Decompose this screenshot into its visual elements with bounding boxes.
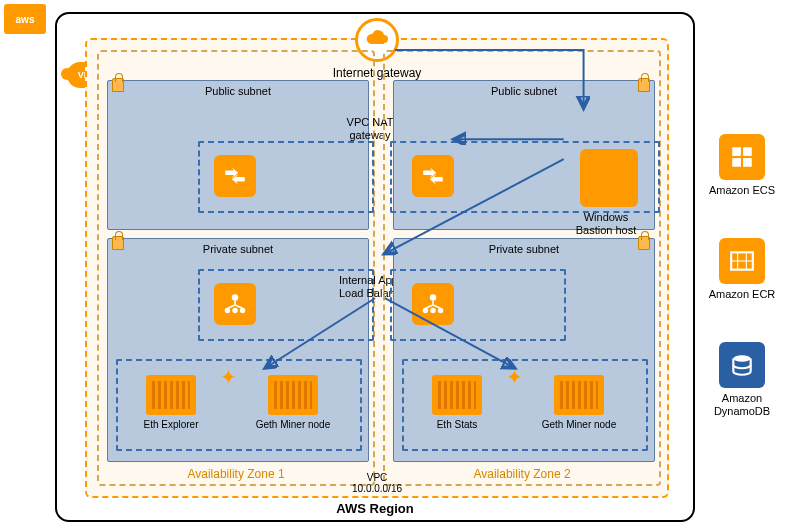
az1-label: Availability Zone 1 bbox=[187, 467, 284, 481]
svg-point-6 bbox=[430, 308, 435, 313]
node-group-az1: Eth Explorer Geth Miner node bbox=[116, 359, 362, 451]
service-dynamodb: Amazon DynamoDB bbox=[705, 342, 779, 418]
az1-private-label: Private subnet bbox=[203, 243, 273, 255]
bastion-host-label: Windows Bastion host bbox=[564, 211, 648, 237]
eth-explorer-icon bbox=[146, 375, 196, 415]
svg-point-0 bbox=[232, 294, 239, 301]
az2-public-subnet: Public subnet Windows Bastion host bbox=[393, 80, 655, 230]
geth-miner-label: Geth Miner node bbox=[539, 419, 619, 430]
availability-zone-2: Availability Zone 2 Public subnet Window… bbox=[383, 50, 661, 486]
load-balancer-icon bbox=[214, 283, 256, 325]
availability-zone-1: Availability Zone 1 Public subnet Privat… bbox=[97, 50, 375, 486]
vpc-cidr-label: VPC10.0.0.0/16 bbox=[352, 472, 402, 494]
eth-explorer-label: Eth Explorer bbox=[131, 419, 211, 430]
svg-rect-14 bbox=[743, 158, 752, 167]
svg-point-19 bbox=[733, 355, 750, 362]
nat-gateway-icon bbox=[412, 155, 454, 197]
ecr-icon bbox=[719, 238, 765, 284]
az2-label: Availability Zone 2 bbox=[473, 467, 570, 481]
svg-point-3 bbox=[240, 308, 245, 313]
svg-rect-13 bbox=[732, 158, 741, 167]
vpc-container: Internet gateway Availability Zone 1 Pub… bbox=[85, 38, 669, 498]
dynamodb-icon bbox=[719, 342, 765, 388]
nat-gateway-icon bbox=[214, 155, 256, 197]
region-label: AWS Region bbox=[336, 501, 413, 516]
service-ecs: Amazon ECS bbox=[705, 134, 779, 197]
aws-logo: aws bbox=[4, 4, 46, 34]
load-balancer-icon bbox=[412, 283, 454, 325]
aws-region: AWS Region VPC Internet gateway Availabi… bbox=[55, 12, 695, 522]
geth-miner-icon bbox=[554, 375, 604, 415]
node-group-az2: Eth Stats Geth Miner node bbox=[402, 359, 648, 451]
lock-icon bbox=[112, 236, 124, 250]
lock-icon bbox=[112, 78, 124, 92]
svg-point-2 bbox=[232, 308, 237, 313]
eth-stats-icon bbox=[432, 375, 482, 415]
az1-private-subnet: Private subnet ✦ Eth Explorer Geth Miner… bbox=[107, 238, 369, 462]
svg-rect-12 bbox=[743, 147, 752, 156]
diagram-canvas: aws AWS Region VPC Internet gateway Avai… bbox=[0, 0, 800, 532]
geth-miner-icon bbox=[268, 375, 318, 415]
ecs-label: Amazon ECS bbox=[705, 184, 779, 197]
service-ecr: Amazon ECR bbox=[705, 238, 779, 301]
svg-point-5 bbox=[423, 308, 428, 313]
az2-private-subnet: Private subnet ✦ Eth Stats Geth Miner no… bbox=[393, 238, 655, 462]
svg-point-7 bbox=[438, 308, 443, 313]
lock-icon bbox=[638, 236, 650, 250]
lock-icon bbox=[638, 78, 650, 92]
bastion-host-icon bbox=[580, 149, 638, 207]
az1-public-label: Public subnet bbox=[205, 85, 271, 97]
ecs-icon bbox=[719, 134, 765, 180]
geth-miner-label: Geth Miner node bbox=[253, 419, 333, 430]
dynamodb-label: Amazon DynamoDB bbox=[705, 392, 779, 418]
az2-public-label: Public subnet bbox=[491, 85, 557, 97]
az2-private-label: Private subnet bbox=[489, 243, 559, 255]
svg-rect-11 bbox=[732, 147, 741, 156]
eth-stats-label: Eth Stats bbox=[417, 419, 497, 430]
az1-public-subnet: Public subnet bbox=[107, 80, 369, 230]
ecr-label: Amazon ECR bbox=[705, 288, 779, 301]
svg-point-1 bbox=[225, 308, 230, 313]
svg-point-4 bbox=[430, 294, 437, 301]
